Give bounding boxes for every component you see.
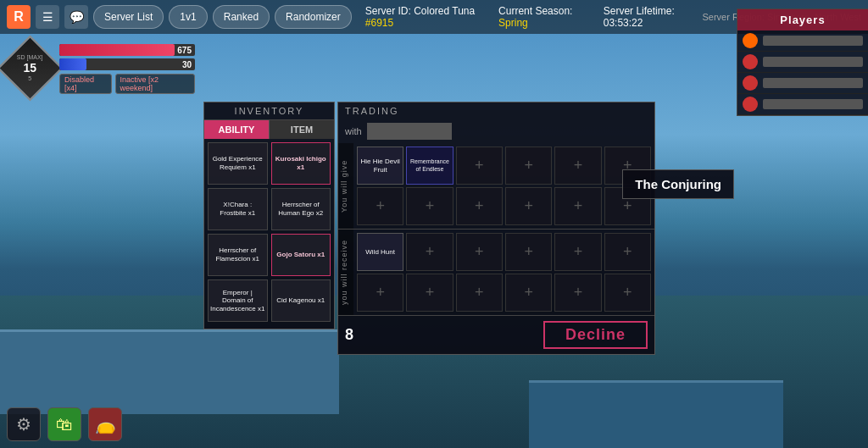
level-badge: SD [MAX] 15 5	[0, 36, 63, 102]
platform-right	[529, 380, 783, 448]
receive-cell-6[interactable]: +	[357, 274, 403, 312]
give-cell-8[interactable]: +	[456, 187, 503, 225]
ranked-button[interactable]: Ranked	[213, 5, 270, 29]
receive-cell-7[interactable]: +	[406, 274, 453, 312]
menu-icon[interactable]: ☰	[36, 5, 59, 29]
player-entry-2	[737, 73, 868, 94]
roblox-logo: R	[7, 5, 31, 29]
receive-cell-11[interactable]: +	[604, 274, 651, 312]
give-cell-9[interactable]: +	[505, 187, 552, 225]
give-cell-2[interactable]: +	[456, 147, 503, 185]
platform-left	[0, 329, 339, 414]
player-entry-1	[737, 52, 868, 73]
1v1-button[interactable]: 1v1	[169, 5, 207, 29]
receive-cell-8[interactable]: +	[456, 274, 503, 312]
inventory-tabs: ABILITY ITEM	[204, 120, 334, 139]
with-label: with	[345, 126, 362, 136]
give-cell-1[interactable]: Remembrance of Endlese	[406, 147, 453, 185]
health-bars: 675 30 Disabled [x4] Inactive [x2 weeken…	[59, 44, 195, 94]
server-id: Server ID: Colored Tuna #6915	[365, 5, 481, 29]
decline-button[interactable]: Decline	[543, 321, 648, 349]
server-list-button[interactable]: Server List	[93, 5, 164, 29]
inv-item-0[interactable]: Gold Experience Requiem x1	[208, 142, 268, 185]
inv-item-4[interactable]: Herrscher of Flamescion x1	[208, 234, 268, 276]
give-cell-6[interactable]: +	[357, 187, 403, 225]
trading-panel: TRADING with You will give Hie Hie Devil…	[337, 102, 655, 355]
player-name-bar-3	[763, 99, 863, 109]
server-lifetime: Server Lifetime: 03:53:22	[604, 5, 698, 29]
randomizer-button[interactable]: Randomizer	[275, 5, 352, 29]
player-avatar-2	[743, 75, 758, 91]
give-grid: Hie Hie Devil Fruit Remembrance of Endle…	[353, 143, 654, 229]
player-entry-3	[737, 94, 868, 115]
server-info: Server ID: Colored Tuna #6915 Current Se…	[365, 5, 698, 29]
inv-item-6[interactable]: Emperor | Domain of Incandescence x1	[208, 279, 268, 322]
receive-label: you will receive	[338, 230, 353, 315]
players-panel: Players	[737, 8, 868, 116]
hud-status: Disabled [x4] Inactive [x2 weekend]	[59, 74, 195, 94]
give-cell-3[interactable]: +	[505, 147, 552, 185]
receive-cell-3[interactable]: +	[505, 233, 552, 271]
receive-cell-5[interactable]: +	[604, 233, 651, 271]
bag-button[interactable]: 👝	[88, 407, 122, 441]
give-section: You will give Hie Hie Devil Fruit Rememb…	[338, 143, 654, 229]
player-name-bar-2	[763, 78, 863, 88]
receive-section: you will receive Wild Hunt + + + + + + +…	[338, 229, 654, 315]
receive-cell-1[interactable]: +	[406, 233, 453, 271]
player-entry-0	[737, 30, 868, 52]
player-avatar-3	[743, 97, 758, 112]
settings-button[interactable]: ⚙	[7, 407, 41, 441]
with-input[interactable]	[367, 123, 452, 140]
receive-grid: Wild Hunt + + + + + + + + + + +	[353, 230, 654, 315]
current-season: Current Season: Spring	[498, 5, 587, 29]
conjuring-tooltip: The Conjuring	[622, 169, 734, 199]
give-label: You will give	[338, 143, 353, 229]
chat-icon[interactable]: 💬	[64, 5, 88, 29]
shop-button[interactable]: 🛍	[47, 407, 81, 441]
inv-item-5[interactable]: Gojo Satoru x1	[271, 234, 331, 276]
players-title: Players	[737, 9, 868, 30]
receive-cell-0[interactable]: Wild Hunt	[357, 233, 403, 271]
inventory-title: INVENTORY	[204, 102, 334, 120]
inventory-panel: INVENTORY ABILITY ITEM Gold Experience R…	[203, 102, 335, 329]
player-hud: SD [MAX] 15 5 675 30 Disabled [x4] Ina	[7, 41, 193, 100]
bottom-bar: ⚙ 🛍 👝	[7, 407, 122, 441]
inv-item-7[interactable]: Cid Kagenou x1	[271, 279, 331, 322]
trading-title: TRADING	[338, 102, 654, 119]
status-disabled: Disabled [x4]	[59, 74, 112, 94]
tab-ability[interactable]: ABILITY	[204, 120, 269, 139]
inv-item-2[interactable]: X!Chara : Frostbite x1	[208, 188, 268, 230]
player-avatar-1	[743, 54, 758, 69]
receive-cell-4[interactable]: +	[554, 233, 601, 271]
give-cell-10[interactable]: +	[554, 187, 601, 225]
give-cell-7[interactable]: +	[406, 187, 453, 225]
player-name-bar-1	[763, 57, 863, 67]
receive-cell-9[interactable]: +	[505, 274, 552, 312]
bag-icon: 👝	[95, 414, 116, 434]
trading-footer: 8 Decline	[338, 315, 654, 354]
conjuring-label: The Conjuring	[635, 177, 721, 191]
gear-icon: ⚙	[16, 414, 31, 434]
inv-item-1[interactable]: Kurosaki Ichigo x1	[271, 142, 331, 185]
shop-icon: 🛍	[56, 415, 73, 434]
inventory-grid: Gold Experience Requiem x1 Kurosaki Ichi…	[204, 139, 334, 329]
player-name-bar-0	[763, 36, 863, 46]
inv-item-3[interactable]: Herrscher of Human Ego x2	[271, 188, 331, 230]
give-cell-4[interactable]: +	[554, 147, 601, 185]
receive-cell-10[interactable]: +	[554, 274, 601, 312]
status-inactive: Inactive [x2 weekend]	[115, 74, 195, 94]
receive-cell-2[interactable]: +	[456, 233, 503, 271]
tab-item[interactable]: ITEM	[269, 120, 334, 139]
trading-with-row: with	[338, 119, 654, 143]
player-avatar-0	[743, 33, 758, 48]
hp-bar: 675	[59, 44, 195, 56]
mp-bar: 30	[59, 58, 195, 70]
give-cell-0[interactable]: Hie Hie Devil Fruit	[357, 147, 403, 185]
trade-count: 8	[345, 326, 353, 344]
